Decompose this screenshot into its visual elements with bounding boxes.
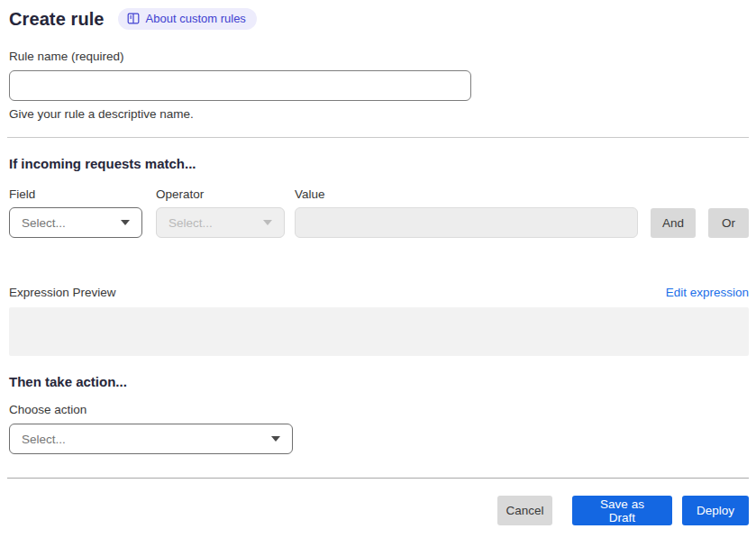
deploy-button[interactable]: Deploy [682, 496, 749, 525]
field-select-value: Select... [22, 216, 66, 230]
expression-preview-label: Expression Preview [9, 286, 116, 299]
operator-column: Operator Select... [156, 187, 285, 238]
chevron-down-icon [121, 220, 130, 225]
choose-action-select-value: Select... [22, 433, 66, 446]
section-divider-bottom [7, 478, 749, 479]
or-button[interactable]: Or [708, 208, 749, 238]
save-as-draft-button[interactable]: Save as Draft [572, 496, 672, 525]
match-section-heading: If incoming requests match... [9, 156, 749, 171]
field-label: Field [9, 187, 142, 201]
footer-actions: Cancel Save as Draft Deploy [9, 496, 749, 525]
operator-select: Select... [156, 207, 285, 238]
choose-action-select[interactable]: Select... [9, 424, 293, 454]
choose-action-label: Choose action [9, 403, 749, 416]
value-label: Value [295, 187, 638, 201]
action-section-heading: Then take action... [9, 374, 749, 389]
page-title: Create rule [9, 9, 105, 30]
cancel-button[interactable]: Cancel [497, 496, 552, 525]
create-rule-page: Create rule About custom rules Rule name… [0, 0, 756, 538]
and-button[interactable]: And [651, 208, 696, 238]
rule-name-help: Give your rule a descriptive name. [9, 107, 749, 121]
expression-builder-row: Field Select... Operator Select... Value… [9, 187, 749, 238]
about-custom-rules-badge[interactable]: About custom rules [118, 8, 257, 30]
page-header: Create rule About custom rules [9, 7, 749, 31]
field-column: Field Select... [9, 187, 142, 238]
operator-select-value: Select... [169, 216, 213, 230]
expression-preview-row: Expression Preview Edit expression [9, 286, 749, 299]
rule-name-label: Rule name (required) [9, 50, 749, 63]
operator-label: Operator [156, 187, 285, 201]
rule-name-block: Rule name (required) Give your rule a de… [9, 50, 749, 121]
edit-expression-link[interactable]: Edit expression [666, 286, 749, 299]
chevron-down-icon [263, 220, 272, 225]
about-badge-label: About custom rules [146, 12, 246, 25]
chevron-down-icon [271, 436, 280, 442]
value-input [295, 207, 638, 238]
expression-preview-box [9, 307, 749, 356]
value-column: Value [295, 187, 638, 238]
book-icon [127, 13, 140, 24]
section-divider-top [7, 137, 749, 138]
field-select[interactable]: Select... [9, 207, 142, 238]
rule-name-input[interactable] [9, 70, 471, 101]
